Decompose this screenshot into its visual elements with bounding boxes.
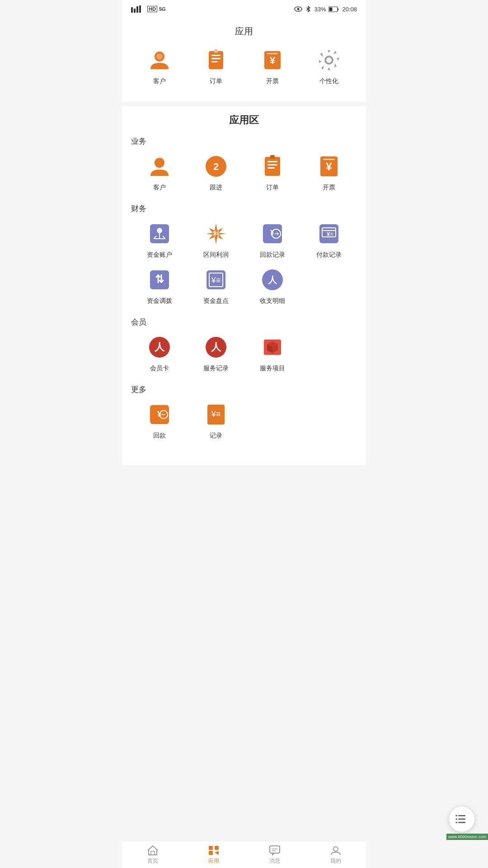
svg-rect-14 (211, 61, 218, 62)
top-section-title: 应用 (122, 25, 366, 38)
svg-rect-11 (209, 51, 223, 69)
svg-rect-27 (267, 164, 277, 165)
divider (122, 102, 366, 106)
track-icon: 2 (204, 154, 228, 179)
svg-text:人: 人 (267, 275, 277, 285)
fin-detail[interactable]: 人 收支明细 (244, 266, 300, 305)
group-finance-title: 财务 (131, 203, 357, 214)
more-item-2-label: 记录 (210, 432, 222, 440)
top-item-settings[interactable]: 个性化 (300, 47, 357, 85)
biz-order[interactable]: 订单 (244, 153, 300, 192)
biz-order-icon (260, 154, 285, 179)
fin-fund-account[interactable]: 资金账户 (131, 220, 188, 259)
svg-text:2: 2 (213, 161, 218, 172)
top-item-customer[interactable]: 客户 (131, 47, 188, 85)
profit-icon: 利 (204, 222, 228, 246)
biz-customer[interactable]: 客户 (131, 153, 188, 192)
svg-point-21 (326, 57, 332, 63)
order-icon (204, 48, 228, 72)
svg-point-22 (155, 158, 164, 168)
transfer-icon: ⇅ (147, 268, 172, 292)
svg-rect-13 (211, 58, 221, 59)
mem-card[interactable]: 人 会员卡 (131, 334, 188, 373)
mem-service-record[interactable]: 人 服务记录 (188, 334, 244, 373)
group-member: 会员 人 会员卡 人 服 (122, 317, 366, 384)
top-item-settings-label: 个性化 (319, 77, 338, 85)
fin-profit[interactable]: 利 区间利润 (188, 220, 244, 259)
biz-order-label: 订单 (266, 184, 279, 192)
invoice-icon: ¥ (261, 48, 284, 72)
gear-icon (317, 48, 341, 72)
svg-text:¥≡: ¥≡ (211, 410, 221, 419)
app-area-section: 应用区 业务 客户 2 跟进 (122, 106, 366, 465)
biz-invoice[interactable]: ¥ 开票 (300, 153, 357, 192)
fin-profit-label: 区间利润 (203, 251, 229, 259)
payment-icon: ¥= (317, 222, 341, 246)
battery-icon (328, 6, 339, 12)
mem-service-item-label: 服务项目 (260, 364, 285, 373)
fin-payment[interactable]: ¥= 付款记录 (300, 220, 357, 259)
more-item-1[interactable]: ¥ 回款 (131, 401, 188, 440)
top-item-order[interactable]: 订单 (188, 47, 244, 85)
status-left: HD 5G (131, 5, 166, 13)
fin-inventory-label: 资金盘点 (203, 297, 229, 305)
svg-rect-8 (329, 7, 333, 11)
member-card-icon: 人 (147, 335, 172, 359)
top-item-order-label: 订单 (210, 77, 222, 85)
bluetooth-icon (305, 6, 311, 12)
svg-point-34 (157, 228, 162, 233)
mem-service-item[interactable]: 服务项目 (244, 334, 300, 373)
svg-rect-0 (131, 7, 133, 13)
svg-rect-19 (267, 53, 278, 54)
svg-rect-25 (265, 157, 280, 176)
svg-text:¥≡: ¥≡ (211, 276, 221, 285)
group-business: 业务 客户 2 跟进 (122, 136, 366, 203)
svg-rect-16 (214, 49, 218, 53)
svg-rect-12 (211, 55, 221, 56)
mem-card-label: 会员卡 (150, 364, 169, 373)
biz-invoice-label: 开票 (323, 184, 335, 192)
fin-fund-account-label: 资金账户 (147, 251, 172, 259)
svg-text:利: 利 (212, 230, 219, 237)
svg-rect-3 (139, 5, 141, 13)
customer-icon-box (146, 47, 173, 74)
more-record-icon: ¥≡ (204, 402, 228, 427)
battery-text: 33% (314, 6, 326, 13)
group-member-title: 会员 (131, 317, 357, 327)
biz-customer-icon (147, 154, 172, 179)
time-text: 20:08 (342, 6, 357, 13)
more-item-1-label: 回款 (153, 432, 166, 440)
top-item-invoice[interactable]: ¥ 开票 (244, 47, 300, 85)
service-item-icon (260, 335, 285, 359)
top-item-invoice-label: 开票 (266, 77, 279, 85)
app-area-title: 应用区 (122, 113, 366, 127)
svg-rect-29 (270, 155, 275, 159)
order-icon-box (202, 47, 230, 74)
signal-icon (131, 5, 145, 13)
status-right: 33% 20:08 (294, 6, 357, 13)
svg-text:人: 人 (154, 341, 165, 353)
svg-rect-2 (136, 6, 138, 13)
member-icon-grid: 人 会员卡 人 服务记录 (131, 334, 357, 380)
svg-point-5 (297, 8, 300, 10)
group-more-title: 更多 (131, 384, 357, 395)
fin-refund[interactable]: ¥ 回款记录 (244, 220, 300, 259)
eye-icon (294, 6, 302, 12)
mem-service-record-label: 服务记录 (203, 364, 229, 373)
svg-rect-7 (338, 8, 338, 10)
more-icon-grid: ¥ 回款 ¥≡ 记录 (131, 401, 357, 447)
biz-track[interactable]: 2 跟进 (188, 153, 244, 192)
svg-rect-1 (134, 9, 136, 13)
main-scroll: 应用 客户 (122, 18, 366, 497)
finance-icon-grid: 资金账户 利 区间利润 ¥ (131, 220, 357, 312)
top-icon-grid: 客户 订单 ¥ (122, 47, 366, 93)
more-item-2[interactable]: ¥≡ 记录 (188, 401, 244, 440)
top-item-customer-label: 客户 (153, 77, 166, 85)
fin-transfer[interactable]: ⇅ 资金调拨 (131, 266, 188, 305)
svg-rect-26 (267, 161, 277, 162)
svg-text:人: 人 (211, 341, 221, 353)
group-more: 更多 ¥ 回款 ¥≡ (122, 384, 366, 452)
svg-point-10 (156, 53, 163, 60)
fin-inventory[interactable]: ¥≡ 资金盘点 (188, 266, 244, 305)
hd-badge: HD (147, 6, 157, 12)
